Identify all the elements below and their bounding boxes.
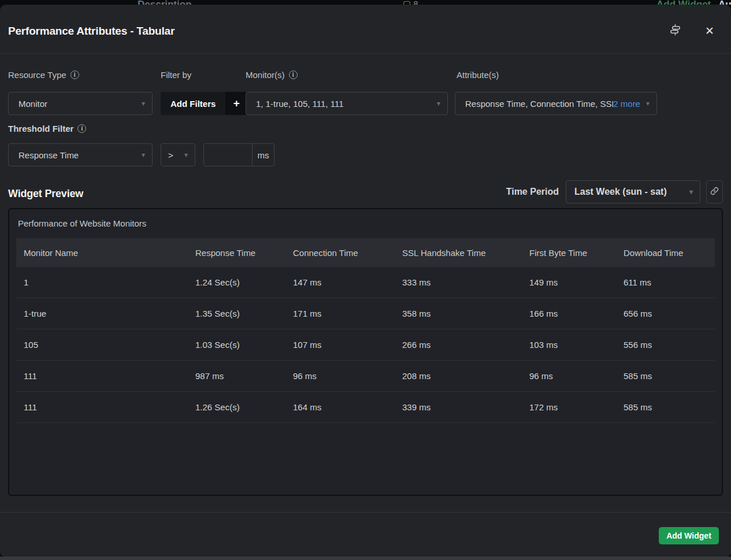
modal-title: Performance Attributes - Tabular: [8, 25, 175, 38]
cell-response-time: 1.26 Sec(s): [188, 402, 285, 412]
column-header: Response Time: [188, 248, 285, 258]
link-time-period-button[interactable]: [706, 180, 723, 203]
monitors-label: Monitor(s) i: [246, 70, 298, 80]
cell-connection-time: 164 ms: [285, 402, 395, 412]
widget-title: Performance of Website Monitors: [18, 218, 146, 228]
cell-connection-time: 107 ms: [285, 340, 395, 350]
column-header: SSL Handshake Time: [395, 248, 522, 258]
background-toolbar-fragment: ▢ 8: [403, 0, 418, 5]
time-period-select[interactable]: Last Week (sun - sat) ▾: [566, 180, 700, 203]
cell-connection-time: 96 ms: [285, 371, 395, 381]
table-row: 1 1.24 Sec(s) 147 ms 333 ms 149 ms 611 m…: [16, 267, 715, 298]
cell-monitor-name: 105: [16, 340, 188, 350]
resource-type-label: Resource Type i: [8, 70, 79, 80]
threshold-operator-select[interactable]: > ▾: [161, 143, 195, 166]
footer-divider: [0, 512, 731, 513]
threshold-value-group: ms: [203, 143, 274, 166]
table-row: 111 987 ms 96 ms 208 ms 96 ms 585 ms: [16, 361, 715, 392]
cell-download-time: 585 ms: [616, 371, 715, 381]
column-header: First Byte Time: [522, 248, 616, 258]
attributes-select[interactable]: Response Time, Connection Time, SSL ... …: [455, 92, 657, 115]
time-period-label: Time Period: [506, 187, 559, 197]
threshold-info-icon[interactable]: i: [77, 124, 86, 133]
background-page-top-strip: Description ▢ 8 Add Widget Au: [0, 0, 731, 5]
cell-ssl-handshake-time: 339 ms: [395, 402, 522, 412]
cell-first-byte-time: 172 ms: [522, 402, 616, 412]
close-icon: ✕: [705, 24, 714, 38]
cell-monitor-name: 111: [16, 371, 188, 381]
chevron-down-icon: ▾: [136, 151, 145, 158]
cell-download-time: 611 ms: [616, 277, 715, 287]
cell-monitor-name: 1: [16, 277, 188, 287]
table-row: 111 1.26 Sec(s) 164 ms 339 ms 172 ms 585…: [16, 392, 715, 423]
threshold-filter-label: Threshold Filter i: [8, 124, 86, 133]
column-header: Download Time: [616, 248, 715, 258]
background-auto-fragment: Au: [718, 0, 731, 5]
chevron-down-icon: ▾: [640, 100, 650, 107]
cell-download-time: 556 ms: [616, 340, 715, 350]
flow-settings-icon: [669, 23, 682, 39]
background-add-widget-fragment: Add Widget: [656, 0, 711, 5]
add-widget-modal: Performance Attributes - Tabular: [0, 5, 731, 557]
column-header: Connection Time: [285, 248, 395, 258]
widget-preview-heading: Widget Preview: [8, 188, 83, 200]
widget-settings-button[interactable]: [667, 23, 682, 38]
resource-type-select[interactable]: Monitor ▾: [8, 92, 153, 115]
cell-first-byte-time: 103 ms: [522, 340, 616, 350]
cell-response-time: 1.03 Sec(s): [188, 340, 285, 350]
cell-connection-time: 171 ms: [285, 309, 395, 318]
resource-type-info-icon[interactable]: i: [70, 71, 79, 79]
cell-connection-time: 147 ms: [285, 277, 395, 287]
page-root: Description ▢ 8 Add Widget Au Performanc…: [0, 0, 731, 560]
threshold-metric-select[interactable]: Response Time ▾: [8, 143, 153, 166]
plus-icon: +: [225, 92, 247, 115]
cell-response-time: 987 ms: [188, 371, 285, 381]
threshold-value-input[interactable]: [204, 144, 252, 166]
attributes-label: Attribute(s): [457, 70, 499, 80]
cell-ssl-handshake-time: 358 ms: [395, 309, 522, 318]
chevron-down-icon: ▾: [431, 100, 440, 107]
link-icon: [710, 187, 719, 198]
cell-first-byte-time: 149 ms: [522, 277, 616, 287]
chevron-down-icon: ▾: [684, 188, 693, 195]
cell-monitor-name: 111: [16, 402, 188, 412]
chevron-down-icon: ▾: [136, 100, 145, 107]
add-widget-button[interactable]: Add Widget: [659, 527, 719, 544]
time-period-bar: Time Period Last Week (sun - sat) ▾: [506, 180, 723, 203]
cell-download-time: 656 ms: [616, 309, 715, 318]
cell-response-time: 1.35 Sec(s): [188, 309, 285, 318]
cell-ssl-handshake-time: 333 ms: [395, 277, 522, 287]
cell-first-byte-time: 166 ms: [522, 309, 616, 318]
chevron-down-icon: ▾: [179, 151, 188, 158]
preview-table: Monitor Name Response Time Connection Ti…: [16, 238, 715, 423]
threshold-unit-label: ms: [252, 144, 274, 166]
background-page-bottom-strip: [0, 557, 731, 560]
cell-response-time: 1.24 Sec(s): [188, 277, 285, 287]
close-button[interactable]: ✕: [702, 23, 717, 38]
cell-ssl-handshake-time: 208 ms: [395, 371, 522, 381]
cell-download-time: 585 ms: [616, 402, 715, 412]
modal-header: Performance Attributes - Tabular: [0, 5, 731, 54]
cell-first-byte-time: 96 ms: [522, 371, 616, 381]
table-row: 1-true 1.35 Sec(s) 171 ms 358 ms 166 ms …: [16, 298, 715, 329]
add-filters-button[interactable]: Add Filters +: [161, 92, 247, 115]
widget-preview-panel: Performance of Website Monitors Monitor …: [8, 208, 723, 496]
cell-monitor-name: 1-true: [16, 309, 188, 318]
table-row: 105 1.03 Sec(s) 107 ms 266 ms 103 ms 556…: [16, 329, 715, 361]
monitors-select[interactable]: 1, 1-true, 105, 111, 111 ▾: [246, 92, 448, 115]
monitors-info-icon[interactable]: i: [289, 71, 298, 79]
attributes-more-link[interactable]: 2 more: [613, 99, 640, 109]
table-header-row: Monitor Name Response Time Connection Ti…: [16, 238, 715, 267]
column-header: Monitor Name: [16, 248, 188, 258]
background-description-fragment: Description: [138, 0, 192, 5]
filter-by-label: Filter by: [161, 70, 191, 80]
cell-ssl-handshake-time: 266 ms: [395, 340, 522, 350]
